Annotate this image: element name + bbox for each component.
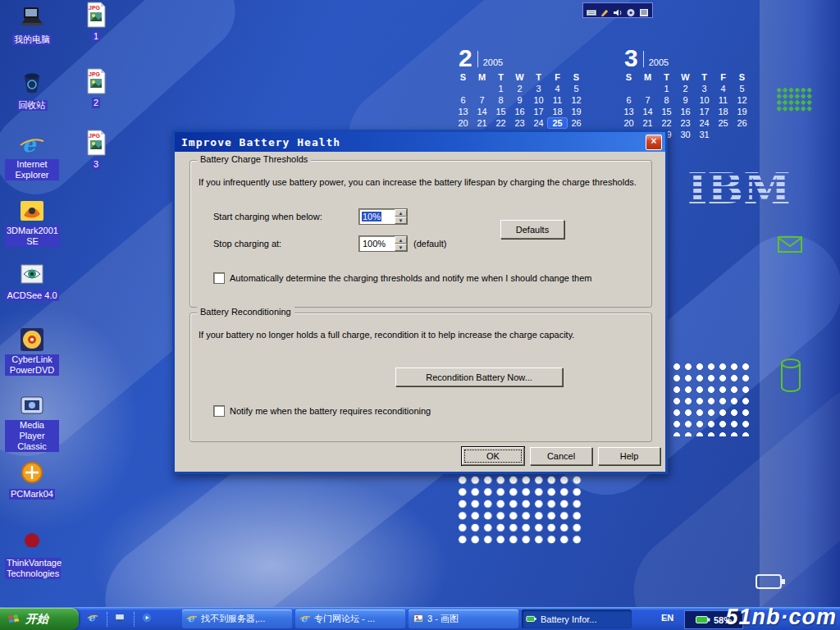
task-label: 3 - 画图 — [427, 613, 459, 625]
desktop-icon-col2-1[interactable]: JPG2 — [69, 68, 123, 109]
stop-threshold-spinner[interactable]: 100% ▲ ▼ — [358, 235, 408, 252]
calendar-day-header: S — [733, 72, 751, 82]
calendar-day: 7 — [472, 95, 491, 105]
spin-up-button[interactable]: ▲ — [395, 236, 407, 244]
desktop-icon-col2-2[interactable]: JPG3 — [69, 130, 123, 171]
ie-small-icon: e — [186, 613, 198, 626]
keyboard-icon[interactable] — [587, 6, 596, 15]
auto-determine-checkbox[interactable] — [213, 272, 225, 284]
calendar-day-header: T — [491, 72, 510, 82]
stop-threshold-value[interactable]: 100% — [363, 239, 386, 249]
calendar-day: 20 — [619, 118, 638, 128]
calendar-day: 16 — [510, 107, 529, 116]
start-threshold-spinner[interactable]: 10% ▲ ▼ — [358, 208, 408, 225]
media-player-quicklaunch[interactable] — [141, 612, 156, 627]
dialog-title: Improve Battery Health — [181, 136, 646, 148]
spin-down-icon: ▼ — [399, 245, 404, 250]
calendar-day: 3 — [695, 84, 714, 94]
menu-icon[interactable] — [639, 6, 649, 15]
calendar-day: 21 — [638, 118, 657, 128]
calendar-day: 18 — [548, 107, 567, 116]
desktop-icon-label: 3DMark2001 SE — [5, 226, 60, 247]
calendar-february: 22005SMTWTFS1234567891011121314151617181… — [454, 44, 586, 139]
desktop-icon-label: ThinkVantage Technologies — [5, 558, 61, 579]
internet-explorer-quicklaunch[interactable]: e — [87, 612, 102, 627]
acdsee-icon — [19, 261, 45, 287]
desktop-icon-col1-6[interactable]: Media Player Classic — [5, 392, 59, 453]
calendar-day: 23 — [510, 118, 529, 128]
calendar-day: 5 — [567, 84, 586, 94]
spin-down-button[interactable]: ▼ — [395, 217, 407, 224]
improve-battery-health-dialog: Improve Battery Health × Battery Charge … — [172, 130, 668, 474]
calendar-day: 18 — [714, 107, 733, 116]
dialog-titlebar[interactable]: Improve Battery Health × — [175, 132, 665, 152]
speaker-icon[interactable] — [613, 6, 623, 15]
desktop-icon-col1-0[interactable]: 我的电脑 — [5, 5, 59, 46]
cancel-button[interactable]: Cancel — [530, 447, 592, 465]
task-label: 找不到服务器,... — [201, 613, 265, 625]
svg-text:e: e — [188, 613, 195, 624]
ok-button[interactable]: OK — [462, 447, 524, 465]
calendar-day: 13 — [454, 107, 472, 116]
calendar-day: 3 — [529, 84, 548, 94]
calendar-day-header: W — [676, 72, 695, 82]
dots-pattern — [456, 474, 582, 546]
jpg-file-icon: JPG — [83, 2, 109, 28]
calendar-day: 6 — [619, 95, 638, 105]
close-button[interactable]: × — [646, 135, 662, 150]
calendar-day: 31 — [695, 130, 714, 139]
spin-down-button[interactable]: ▼ — [395, 244, 407, 251]
pcmark-icon — [19, 459, 45, 486]
thinkvantage-icon — [19, 530, 45, 556]
calendar-day: 21 — [472, 118, 491, 128]
spin-up-button[interactable]: ▲ — [395, 209, 407, 217]
svg-text:e: e — [22, 132, 37, 157]
calendar-day: 1 — [491, 84, 510, 94]
calendar-day: 30 — [676, 130, 695, 139]
taskbar-task-3[interactable]: Battery Infor... — [522, 609, 632, 628]
desktop-icon-col1-7[interactable]: PCMark04 — [5, 459, 59, 500]
calendar-day: 16 — [676, 107, 695, 116]
calendar-day: 26 — [733, 118, 751, 128]
recondition-battery-button[interactable]: Recondition Battery Now... — [395, 368, 563, 386]
notify-reconditioning-checkbox[interactable] — [213, 405, 225, 417]
calendar-day-header: T — [529, 72, 548, 82]
calendar-day: 15 — [657, 107, 676, 116]
taskbar-task-0[interactable]: e找不到服务器,... — [182, 609, 292, 628]
quicklaunch-divider — [107, 612, 109, 627]
group-title: Battery Charge Thresholds — [197, 154, 311, 164]
disc-icon[interactable] — [626, 6, 636, 15]
jpg-file-icon: JPG — [83, 68, 109, 94]
calendar-day-header: F — [714, 72, 733, 82]
quick-launch: e — [84, 609, 159, 628]
pen-icon[interactable] — [600, 6, 609, 15]
desktop-icon-col1-1[interactable]: 回收站 — [5, 71, 59, 112]
my-computer-icon — [19, 5, 45, 31]
ie-small-icon: e — [299, 613, 311, 626]
desktop-icon-col1-4[interactable]: ACDSee 4.0 — [5, 261, 59, 302]
calendar-month: 2 — [459, 48, 472, 69]
desktop-icon-col2-0[interactable]: JPG1 — [69, 2, 123, 43]
calendar-year: 2005 — [649, 57, 669, 69]
help-button[interactable]: Help — [598, 447, 660, 465]
start-button[interactable]: 开始 — [0, 608, 79, 630]
calendar-day: 10 — [695, 95, 714, 105]
language-indicator[interactable]: EN — [661, 613, 673, 623]
calendar-month: 3 — [624, 48, 638, 69]
calendar-day — [714, 130, 733, 139]
desktop-icon-col1-8[interactable]: ThinkVantage Technologies — [5, 530, 59, 580]
desktop-icon-label: ACDSee 4.0 — [5, 290, 58, 301]
ime-toolbar[interactable] — [582, 2, 653, 18]
show-desktop[interactable] — [114, 612, 129, 627]
calendar-day: 11 — [714, 95, 733, 105]
calendar-day: 10 — [529, 95, 548, 105]
desktop-icon-col1-2[interactable]: eInternet Explorer — [5, 131, 59, 181]
start-threshold-value[interactable]: 10% — [362, 212, 381, 221]
taskbar-task-2[interactable]: 3 - 画图 — [409, 609, 518, 628]
desktop-icon-col1-3[interactable]: 3DMark2001 SE — [5, 198, 59, 248]
defaults-button[interactable]: Defaults — [500, 220, 564, 239]
calendar-day-header: S — [454, 72, 472, 82]
desktop-icon-col1-5[interactable]: CyberLink PowerDVD — [5, 326, 59, 377]
calendar-day: 11 — [548, 95, 567, 105]
taskbar-task-1[interactable]: e专门网论坛 - ... — [295, 609, 405, 628]
